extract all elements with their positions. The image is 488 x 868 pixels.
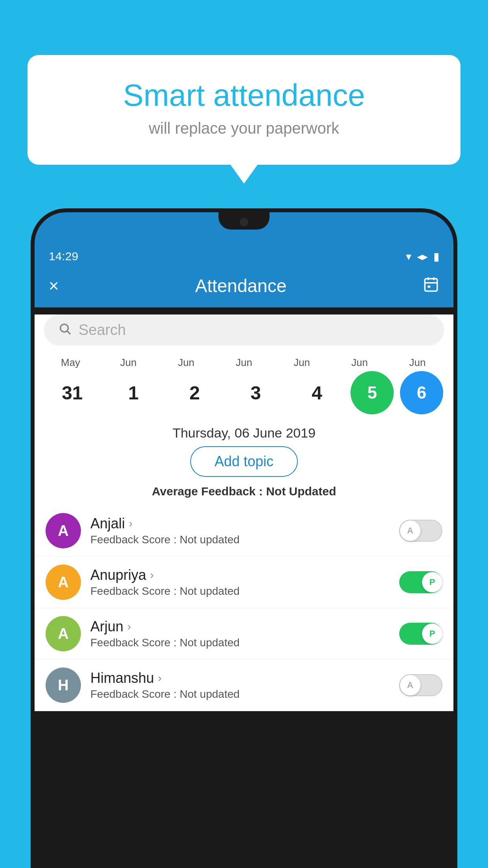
phone-notch-area bbox=[35, 212, 453, 244]
student-name-himanshu: Himanshu › bbox=[90, 670, 390, 686]
date-1[interactable]: 1 bbox=[106, 382, 161, 404]
student-info-anupriya: Anupriya › Feedback Score : Not updated bbox=[90, 567, 390, 598]
add-topic-button[interactable]: Add topic bbox=[190, 446, 298, 477]
student-name-arjun: Arjun › bbox=[90, 618, 390, 635]
student-info-anjali: Anjali › Feedback Score : Not updated bbox=[90, 515, 390, 546]
calendar-month-4: Jun bbox=[274, 357, 329, 369]
toggle-himanshu[interactable]: A bbox=[399, 674, 442, 696]
bubble-title: Smart attendance bbox=[59, 79, 429, 112]
calendar-month-3: Jun bbox=[216, 357, 272, 369]
student-list: A Anjali › Feedback Score : Not updated … bbox=[35, 505, 453, 711]
student-feedback-anjali: Feedback Score : Not updated bbox=[90, 533, 390, 546]
calendar-month-6: Jun bbox=[390, 357, 445, 369]
student-item-arjun[interactable]: A Arjun › Feedback Score : Not updated P bbox=[35, 608, 453, 660]
svg-rect-0 bbox=[425, 279, 437, 291]
student-name-anjali: Anjali › bbox=[90, 515, 390, 532]
app-content: Search May Jun Jun Jun Jun Jun Jun 31 1 … bbox=[35, 314, 453, 711]
calendar-months-row: May Jun Jun Jun Jun Jun Jun bbox=[35, 353, 453, 369]
chevron-himanshu: › bbox=[158, 672, 161, 684]
toggle-knob-arjun: P bbox=[422, 623, 442, 644]
svg-line-6 bbox=[67, 331, 70, 334]
wifi-icon: ▾ bbox=[406, 250, 411, 263]
student-avatar-anupriya: A bbox=[46, 565, 81, 600]
date-6-today[interactable]: 6 bbox=[400, 371, 443, 414]
status-icons: ▾ ◂▸ ▮ bbox=[406, 250, 439, 263]
student-item-anupriya[interactable]: A Anupriya › Feedback Score : Not update… bbox=[35, 557, 453, 608]
search-icon bbox=[58, 322, 72, 338]
app-header: × Attendance bbox=[35, 269, 453, 307]
bubble-subtitle: will replace your paperwork bbox=[59, 120, 429, 137]
chevron-anupriya: › bbox=[150, 569, 154, 581]
student-info-arjun: Arjun › Feedback Score : Not updated bbox=[90, 618, 390, 649]
date-4[interactable]: 4 bbox=[290, 382, 345, 404]
student-feedback-arjun: Feedback Score : Not updated bbox=[90, 636, 390, 649]
chevron-anjali: › bbox=[129, 517, 132, 530]
toggle-anjali[interactable]: A bbox=[399, 520, 442, 542]
speech-bubble-container: Smart attendance will replace your paper… bbox=[28, 55, 460, 165]
status-time: 14:29 bbox=[49, 250, 78, 263]
student-item-anjali[interactable]: A Anjali › Feedback Score : Not updated … bbox=[35, 505, 453, 557]
header-title: Attendance bbox=[195, 275, 286, 296]
toggle-switch-anupriya[interactable]: P bbox=[399, 571, 442, 593]
phone-notch bbox=[218, 212, 270, 230]
selected-date-label: Thursday, 06 June 2019 bbox=[35, 425, 453, 441]
search-placeholder: Search bbox=[79, 322, 126, 338]
camera-dot bbox=[240, 218, 248, 226]
toggle-knob-anupriya: P bbox=[422, 572, 442, 592]
toggle-anupriya[interactable]: P bbox=[399, 571, 442, 593]
signal-icon: ◂▸ bbox=[417, 250, 428, 263]
phone-mockup: 14:29 ▾ ◂▸ ▮ × Attendance bbox=[31, 208, 457, 868]
student-item-himanshu[interactable]: H Himanshu › Feedback Score : Not update… bbox=[35, 660, 453, 711]
toggle-knob-himanshu: A bbox=[400, 675, 420, 695]
student-feedback-anupriya: Feedback Score : Not updated bbox=[90, 585, 390, 598]
student-avatar-anjali: A bbox=[46, 513, 81, 548]
date-2[interactable]: 2 bbox=[167, 382, 222, 404]
search-bar[interactable]: Search bbox=[44, 314, 444, 346]
avg-feedback-value: Not Updated bbox=[266, 485, 336, 498]
calendar-month-1: Jun bbox=[101, 357, 156, 369]
calendar-month-2: Jun bbox=[159, 357, 214, 369]
date-31[interactable]: 31 bbox=[45, 382, 100, 404]
chevron-arjun: › bbox=[127, 620, 131, 633]
toggle-switch-arjun[interactable]: P bbox=[399, 623, 442, 645]
toggle-knob-anjali: A bbox=[400, 520, 420, 541]
student-name-anupriya: Anupriya › bbox=[90, 567, 390, 583]
calendar-icon[interactable] bbox=[423, 276, 439, 296]
calendar-month-5: Jun bbox=[332, 357, 387, 369]
date-3[interactable]: 3 bbox=[228, 382, 283, 404]
toggle-switch-anjali[interactable]: A bbox=[399, 520, 442, 542]
svg-point-5 bbox=[61, 324, 68, 332]
student-avatar-himanshu: H bbox=[46, 668, 81, 703]
avg-feedback: Average Feedback : Not Updated bbox=[35, 485, 453, 498]
student-avatar-arjun: A bbox=[46, 616, 81, 651]
close-button[interactable]: × bbox=[49, 276, 59, 296]
speech-bubble: Smart attendance will replace your paper… bbox=[28, 55, 460, 165]
calendar-dates-row: 31 1 2 3 4 5 6 bbox=[35, 369, 453, 421]
toggle-arjun[interactable]: P bbox=[399, 623, 442, 645]
date-5-selected[interactable]: 5 bbox=[350, 371, 394, 414]
toggle-switch-himanshu[interactable]: A bbox=[399, 674, 442, 696]
avg-feedback-label: Average Feedback : bbox=[152, 485, 266, 498]
student-feedback-himanshu: Feedback Score : Not updated bbox=[90, 688, 390, 701]
battery-icon: ▮ bbox=[433, 250, 439, 263]
student-info-himanshu: Himanshu › Feedback Score : Not updated bbox=[90, 670, 390, 701]
svg-rect-4 bbox=[427, 285, 430, 287]
status-bar: 14:29 ▾ ◂▸ ▮ bbox=[35, 244, 453, 269]
calendar-month-0: May bbox=[43, 357, 98, 369]
